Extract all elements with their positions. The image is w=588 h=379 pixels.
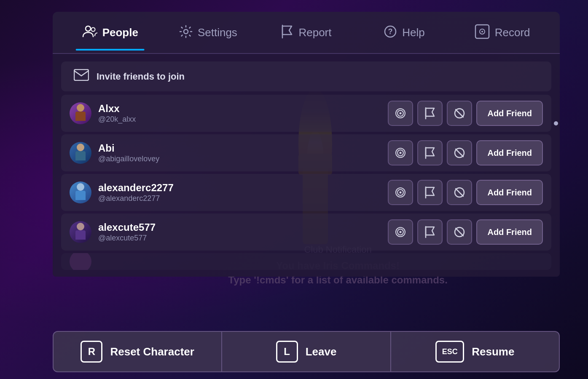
player-info: Abi @abigaillovelovey [98,142,381,163]
svg-line-21 [456,149,463,157]
invite-friends-row[interactable]: Invite friends to join [61,61,551,91]
report-button[interactable] [417,101,443,126]
player-name: Abi [98,142,381,155]
block-button[interactable] [447,140,472,165]
tab-record[interactable]: Record [453,20,551,45]
resume-button[interactable]: ESC Resume [391,331,560,372]
add-friend-button[interactable]: Add Friend [476,219,543,245]
player-info: alexanderc2277 @alexanderc2277 [98,182,381,203]
svg-point-29 [400,231,402,233]
player-handle: @alexcute577 [98,234,381,243]
avatar [70,221,91,243]
tab-people[interactable]: People [61,20,159,45]
svg-point-2 [184,29,188,34]
report-button[interactable] [417,219,443,245]
flag-icon [281,24,293,41]
tab-report-label: Report [298,26,331,39]
tab-help[interactable]: ? Help [355,21,454,45]
svg-line-33 [456,228,463,236]
add-friend-button[interactable]: Add Friend [476,101,543,126]
inspect-button[interactable] [388,140,413,165]
svg-point-0 [86,26,91,31]
people-icon [82,24,97,41]
settings-icon [179,25,193,40]
player-handle: @abigaillovelovey [98,155,381,163]
reset-character-label: Reset Character [110,345,194,358]
svg-point-11 [400,112,402,115]
help-icon: ? [384,25,397,40]
player-row: Alxx @20k_alxx Add Friend [61,95,551,132]
tab-help-label: Help [402,26,424,39]
invite-label: Invite friends to join [97,71,185,82]
reset-character-button[interactable]: R Reset Character [53,331,222,372]
avatar [70,102,91,124]
envelope-icon [74,69,89,84]
player-name: Alxx [98,103,381,115]
tab-record-label: Record [495,26,530,39]
player-row: Abi @abigaillovelovey Add Friend [61,134,551,171]
esc-key-badge: ESC [435,341,464,363]
tab-people-label: People [102,26,138,39]
report-button[interactable] [417,180,443,205]
svg-rect-9 [74,69,89,80]
scrollbar[interactable] [554,121,558,125]
resume-label: Resume [472,345,514,358]
player-row: alexcute577 @alexcute577 Add Friend [61,214,551,251]
player-info: Alxx @20k_alxx [98,103,381,124]
l-key-badge: L [276,341,298,363]
report-button[interactable] [417,140,443,165]
player-info: alexcute577 @alexcute577 [98,222,381,243]
player-row: alexanderc2277 @alexanderc2277 Add Frien… [61,174,551,211]
svg-point-1 [91,27,95,31]
inspect-button[interactable] [388,180,413,205]
content-area: Invite friends to join Alxx @20k_alxx [53,54,560,277]
bottom-bar: R Reset Character L Leave ESC Resume [53,331,560,372]
player-handle: @20k_alxx [98,115,381,124]
svg-line-15 [456,109,463,117]
block-button[interactable] [447,219,472,245]
svg-text:?: ? [388,27,393,36]
avatar [70,142,91,164]
inspect-button[interactable] [388,219,413,245]
player-row [61,253,551,270]
avatar [70,253,91,270]
player-actions: Add Friend [388,140,543,165]
tab-settings[interactable]: Settings [159,21,258,45]
player-actions: Add Friend [388,219,543,245]
player-name: alexcute577 [98,222,381,234]
svg-point-23 [400,192,402,194]
player-name: alexanderc2277 [98,182,381,194]
svg-point-17 [400,152,402,154]
tab-settings-label: Settings [198,26,237,39]
main-panel: People Settings Report [53,12,560,277]
add-friend-button[interactable]: Add Friend [476,140,543,165]
player-actions: Add Friend [388,180,543,205]
svg-line-27 [456,189,463,196]
inspect-button[interactable] [388,101,413,126]
r-key-badge: R [81,341,102,363]
block-button[interactable] [447,180,472,205]
tab-report[interactable]: Report [257,20,355,45]
block-button[interactable] [447,101,472,126]
svg-point-8 [481,31,483,32]
player-actions: Add Friend [388,101,543,126]
tab-bar: People Settings Report [53,12,560,54]
add-friend-button[interactable]: Add Friend [476,180,543,205]
record-icon [475,24,490,41]
avatar [70,181,91,203]
leave-label: Leave [306,345,337,358]
player-handle: @alexanderc2277 [98,194,381,203]
leave-button[interactable]: L Leave [222,331,391,372]
